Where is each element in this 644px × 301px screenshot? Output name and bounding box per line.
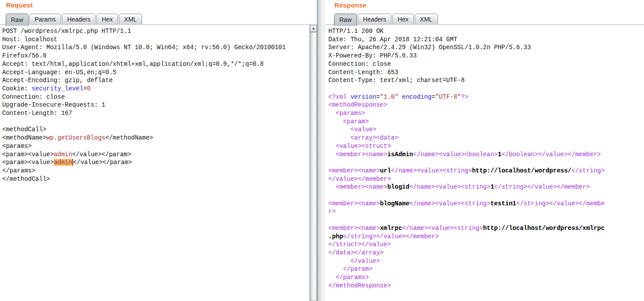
code-line: r> [328, 208, 644, 216]
code-segment: <value><struct> [328, 143, 391, 150]
selected-text: admin [54, 159, 73, 166]
code-line: </params> [2, 167, 309, 175]
code-segment: xmlrpc [380, 225, 402, 232]
code-line: <value> [328, 125, 644, 134]
code-line: .php</string></value></member> [328, 233, 644, 241]
request-panel: Request RawParamsHeadersHexXML POST /wor… [0, 0, 317, 301]
code-segment: wp.getUsersBlogs [46, 134, 105, 141]
code-line: <methodCall> [2, 125, 309, 134]
code-segment: <param><value> [2, 159, 54, 166]
code-line [328, 158, 644, 167]
tab-headers[interactable]: Headers [62, 14, 96, 24]
code-segment: blogName [380, 200, 409, 207]
code-segment: Host: localhost [2, 36, 57, 43]
scrollbar-thumb[interactable] [310, 32, 317, 301]
code-segment: </string></value></membe [516, 200, 605, 207]
code-segment: <methodName> [2, 134, 46, 141]
tab-xml[interactable]: XML [415, 14, 438, 24]
code-segment: url [380, 167, 391, 174]
code-line: Date: Thu, 26 Apr 2018 12:21:04 GMT [328, 36, 644, 44]
tab-raw[interactable]: Raw [6, 14, 28, 26]
code-segment: </name><value><string> [402, 225, 483, 232]
code-line [328, 191, 644, 200]
tab-xml[interactable]: XML [119, 14, 142, 24]
code-line: </params> [328, 273, 644, 282]
code-line: <methodName>wp.getUsersBlogs</methodName… [2, 134, 309, 142]
response-panel: Response RawHeadersHexXML HTTP/1.1 200 O… [326, 0, 644, 301]
request-panel-title: Request [6, 1, 317, 9]
code-segment: Firefox/56.0 [2, 52, 46, 59]
code-segment: = [376, 93, 380, 100]
code-line: Host: localhost [2, 36, 309, 44]
code-line: Connection: close [2, 93, 309, 101]
code-segment: <params> [2, 143, 32, 150]
request-content-area: POST /wordpress/xmlrpc.php HTTP/1.1Host:… [0, 25, 317, 301]
code-line: Firefox/56.0 [2, 52, 309, 60]
tab-hex[interactable]: Hex [392, 14, 414, 24]
request-scrollbar[interactable]: ▲ [310, 25, 317, 301]
code-segment: <member><name> [328, 183, 387, 190]
code-line: Server: Apache/2.4.29 (Win32) OpenSSL/1.… [328, 43, 644, 52]
code-line: </data></array> [328, 249, 644, 257]
code-line: <param><value>admin</value></param> [2, 150, 309, 159]
code-segment: <params> [328, 110, 365, 117]
code-segment: encoding [402, 93, 431, 100]
code-line: Content-Type: text/xml; charset=UTF-8 [328, 76, 644, 85]
request-tabbar: RawParamsHeadersHexXML [0, 11, 317, 24]
code-line: </param> [328, 265, 644, 273]
code-segment: r> [328, 208, 336, 215]
code-segment: Server: Apache/2.4.29 (Win32) OpenSSL/1.… [328, 44, 531, 51]
code-segment: </name><value><boolean> [413, 151, 498, 158]
code-segment: </name><value><string> [409, 183, 491, 190]
code-segment: Date: Thu, 26 Apr 2018 12:21:04 GMT [328, 36, 457, 43]
code-segment: Upgrade-Insecure-Requests: 1 [2, 101, 105, 108]
code-segment: User-Agent: Mozilla/5.0 (Windows NT 10.0… [2, 44, 286, 51]
code-segment: .php [328, 233, 343, 240]
code-segment: http://localhost/wordpress/ [472, 167, 572, 174]
code-line: </struct></value> [328, 240, 644, 249]
code-line: Accept: text/html,application/xhtml+xml,… [2, 60, 309, 68]
code-line: HTTP/1.1 200 OK [328, 27, 644, 36]
code-segment: </boolean></value></member> [502, 151, 601, 158]
code-segment: POST /wordpress/xmlrpc.php HTTP/1.1 [2, 28, 131, 35]
code-segment: http://localhost/wordpress/xmlrpc [483, 225, 605, 232]
code-segment: <methodCall> [2, 126, 46, 133]
code-segment: </name><value><string> [391, 167, 472, 174]
code-line: <params> [2, 142, 309, 150]
code-segment: "UTF-8" [435, 93, 461, 100]
code-line: Upgrade-Insecure-Requests: 1 [2, 101, 309, 109]
code-line: User-Agent: Mozilla/5.0 (Windows NT 10.0… [2, 43, 309, 52]
code-line: <methodResponse> [328, 101, 644, 109]
scroll-up-button[interactable]: ▲ [310, 25, 317, 32]
code-segment: blogid [387, 183, 409, 190]
request-editor[interactable]: POST /wordpress/xmlrpc.php HTTP/1.1Host:… [0, 25, 309, 183]
tab-headers[interactable]: Headers [358, 14, 391, 24]
code-segment: Cookie: [2, 85, 32, 92]
code-segment: <member><name> [328, 167, 380, 174]
tab-hex[interactable]: Hex [96, 14, 118, 24]
code-segment: Accept: text/html,application/xhtml+xml,… [2, 61, 264, 68]
code-segment: = [431, 93, 435, 100]
code-line: <member><name>url</name><value><string>h… [328, 167, 644, 175]
tab-raw[interactable]: Raw [334, 14, 357, 26]
code-line: Cookie: security_level=0 [2, 85, 309, 93]
response-viewer[interactable]: HTTP/1.1 200 OKDate: Thu, 26 Apr 2018 12… [326, 25, 644, 290]
code-segment: </value></param> [73, 159, 132, 166]
tab-separator [326, 24, 644, 25]
code-segment: Accept-Language: en-US,en;q=0.5 [2, 69, 116, 76]
code-line: <member><name>isAdmin</name><value><bool… [328, 150, 644, 159]
code-line: </value> [328, 257, 644, 265]
code-segment: </value></member> [328, 176, 391, 183]
code-line: Accept-Language: en-US,en;q=0.5 [2, 68, 309, 77]
code-segment: <param> [328, 118, 369, 125]
code-line: <member><name>blogName</name><value><str… [328, 200, 644, 208]
code-line: <member><name>xmlrpc</name><value><strin… [328, 224, 644, 233]
panel-splitter[interactable] [317, 0, 326, 301]
code-line: Content-Length: 167 [2, 109, 309, 118]
code-segment: 1 [498, 151, 501, 158]
tab-params[interactable]: Params [29, 14, 61, 24]
code-line: <param><value>admin</value></param> [2, 158, 309, 167]
code-line: <params> [328, 109, 644, 118]
code-line: Accept-Encoding: gzip, deflate [2, 76, 309, 85]
code-segment: <methodResponse> [328, 101, 387, 108]
